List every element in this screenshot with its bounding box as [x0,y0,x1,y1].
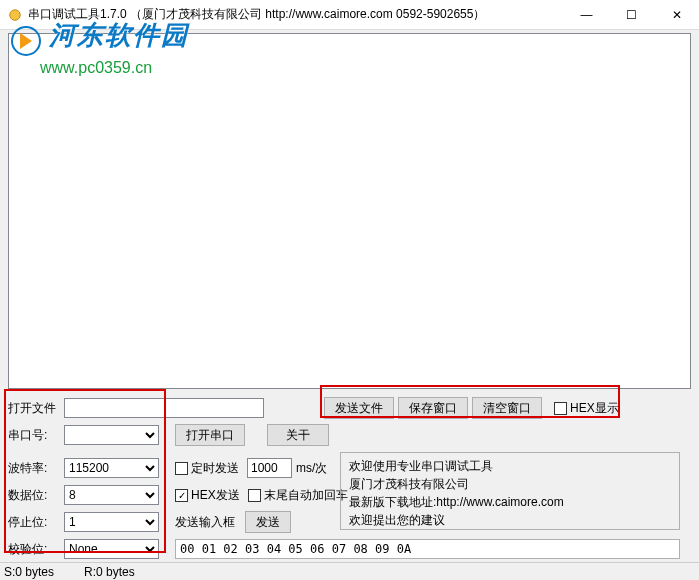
send-input-label: 发送输入框 [175,514,235,531]
hex-send-checkbox[interactable]: ✓ HEX发送 [175,487,240,504]
info-line4: 欢迎提出您的建议 [349,511,671,529]
info-line1: 欢迎使用专业串口调试工具 [349,457,671,475]
databits-label: 数据位: [8,487,64,504]
interval-unit-label: ms/次 [296,460,327,477]
receive-textarea[interactable] [8,33,691,389]
timed-send-box[interactable] [175,462,188,475]
close-button[interactable]: ✕ [654,0,699,29]
send-data-input[interactable]: 00 01 02 03 04 05 06 07 08 09 0A [175,539,680,559]
info-line3: 最新版下载地址:http://www.caimore.com [349,493,671,511]
app-icon [8,8,22,22]
maximize-button[interactable]: ☐ [609,0,654,29]
parity-select[interactable]: None [64,539,159,559]
append-crlf-checkbox[interactable]: 末尾自动加回车 [248,487,348,504]
info-panel: 欢迎使用专业串口调试工具 厦门才茂科技有限公司 最新版下载地址:http://w… [340,452,680,530]
control-panel: 打开文件 发送文件 保存窗口 清空窗口 HEX显示 串口号: 打开串口 关干 波… [0,392,699,580]
port-label: 串口号: [8,427,64,444]
hex-send-box[interactable]: ✓ [175,489,188,502]
databits-select[interactable]: 8 [64,485,159,505]
port-select[interactable] [64,425,159,445]
baud-label: 波特率: [8,460,64,477]
send-file-button[interactable]: 发送文件 [324,397,394,419]
clear-window-button[interactable]: 清空窗口 [472,397,542,419]
open-file-label: 打开文件 [8,400,64,417]
status-bar: S:0 bytes R:0 bytes [0,562,699,580]
about-button[interactable]: 关干 [267,424,329,446]
file-path-input[interactable] [64,398,264,418]
window-title: 串口调试工具1.7.0 （厦门才茂科技有限公司 http://www.caimo… [28,6,564,23]
title-bar: 串口调试工具1.7.0 （厦门才茂科技有限公司 http://www.caimo… [0,0,699,30]
stopbits-select[interactable]: 1 [64,512,159,532]
stopbits-label: 停止位: [8,514,64,531]
hex-display-checkbox[interactable]: HEX显示 [554,400,619,417]
send-button[interactable]: 发送 [245,511,291,533]
status-recv: R:0 bytes [84,565,135,579]
baud-select[interactable]: 115200 [64,458,159,478]
minimize-button[interactable]: — [564,0,609,29]
svg-point-0 [10,9,21,20]
status-sent: S:0 bytes [4,565,54,579]
save-window-button[interactable]: 保存窗口 [398,397,468,419]
info-line2: 厦门才茂科技有限公司 [349,475,671,493]
open-port-button[interactable]: 打开串口 [175,424,245,446]
parity-label: 校验位: [8,541,64,558]
hex-display-box[interactable] [554,402,567,415]
interval-input[interactable] [247,458,292,478]
append-crlf-box[interactable] [248,489,261,502]
timed-send-checkbox[interactable]: 定时发送 [175,460,239,477]
